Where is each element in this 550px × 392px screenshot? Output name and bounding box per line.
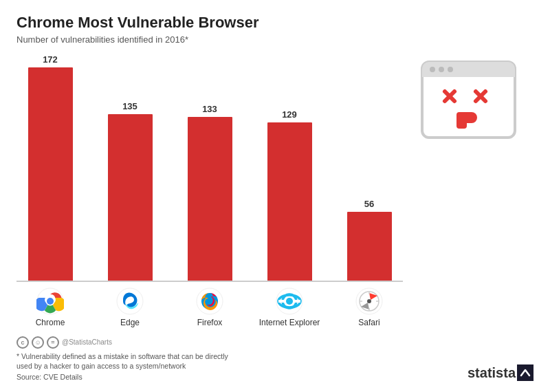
footer-left: c ☺ = @StatistaCharts * Vulnerability de… xyxy=(16,336,236,381)
svg-rect-31 xyxy=(456,112,467,129)
icon-group-3: Internet Explorer xyxy=(256,287,323,327)
svg-point-10 xyxy=(286,298,293,305)
bar-3 xyxy=(267,122,312,281)
browser-label-1: Edge xyxy=(120,318,140,327)
cc-icon: c xyxy=(16,336,29,349)
statista-logo: statista xyxy=(468,364,534,381)
bars-section: 17213513312956 Chrome Edge xyxy=(16,52,403,328)
cc-person-icon: ☺ xyxy=(32,336,44,349)
bar-group-firefox: 133 xyxy=(176,104,243,281)
icon-group-1: Edge xyxy=(96,287,164,327)
browser-icon-chrome xyxy=(36,287,64,315)
svg-rect-32 xyxy=(517,364,534,381)
icon-group-2: Firefox xyxy=(176,287,243,327)
svg-rect-22 xyxy=(422,70,515,77)
svg-point-23 xyxy=(430,67,435,72)
bug-illustration xyxy=(419,58,518,148)
footnote-text: * Vulnerability defined as a mistake in … xyxy=(16,351,236,371)
bar-group-safari: 56 xyxy=(336,199,403,281)
chart-title: Chrome Most Vulnerable Browser xyxy=(16,14,534,32)
bar-value-3: 129 xyxy=(282,109,297,120)
browser-label-0: Chrome xyxy=(36,318,65,327)
bar-value-1: 135 xyxy=(122,101,138,111)
icons-row: Chrome Edge Firefox Internet Explorer xyxy=(16,287,403,327)
bar-group-internet-explorer: 129 xyxy=(256,109,323,281)
svg-point-24 xyxy=(439,67,444,72)
bar-value-0: 172 xyxy=(43,54,58,65)
svg-point-2 xyxy=(47,298,54,305)
chart-container: Chrome Most Vulnerable Browser Number of… xyxy=(0,0,550,392)
source-text: Source: CVE Details xyxy=(16,373,236,381)
browser-label-4: Safari xyxy=(358,318,380,327)
main-area: 17213513312956 Chrome Edge xyxy=(16,52,534,328)
cc-equals-icon: = xyxy=(47,336,59,349)
bar-group-edge: 135 xyxy=(96,101,164,281)
illustration-section xyxy=(403,52,534,328)
statista-arrow-icon xyxy=(517,364,534,381)
svg-point-3 xyxy=(117,288,143,314)
icon-group-4: Safari xyxy=(336,287,403,327)
svg-point-15 xyxy=(367,299,371,303)
bar-2 xyxy=(188,117,232,281)
bar-4 xyxy=(347,212,392,281)
chart-subtitle: Number of vulnerabilities identified in … xyxy=(16,34,534,45)
bar-value-4: 56 xyxy=(364,199,374,209)
bar-value-2: 133 xyxy=(202,104,217,114)
bars-wrapper: 17213513312956 xyxy=(16,52,403,281)
bar-group-chrome: 172 xyxy=(16,54,84,281)
icon-group-0: Chrome xyxy=(16,287,84,327)
browser-icon-firefox xyxy=(196,287,223,315)
footer: c ☺ = @StatistaCharts * Vulnerability de… xyxy=(16,334,534,381)
svg-point-25 xyxy=(448,67,453,72)
browser-icon-internet-explorer xyxy=(276,287,303,315)
bar-0 xyxy=(28,67,73,281)
browser-label-3: Internet Explorer xyxy=(259,318,320,327)
browser-icon-safari xyxy=(355,287,383,315)
browser-icon-edge xyxy=(116,287,144,315)
attribution-label: @StatistaCharts xyxy=(62,338,112,346)
baseline xyxy=(16,281,403,282)
bar-1 xyxy=(108,114,153,281)
cc-icons: c ☺ = @StatistaCharts xyxy=(16,336,236,349)
statista-text: statista xyxy=(468,365,516,381)
browser-label-2: Firefox xyxy=(197,318,223,327)
